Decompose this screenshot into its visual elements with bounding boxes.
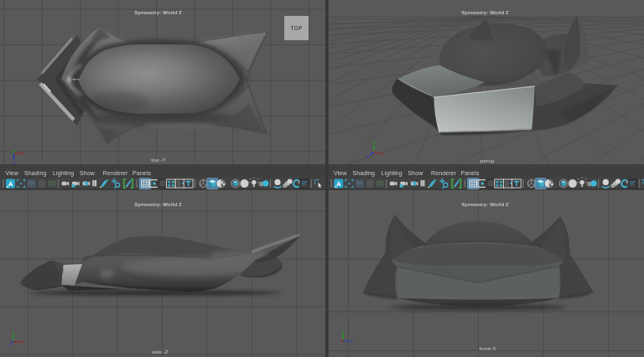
- svg-text:Symmetry: World Z: Symmetry: World Z: [461, 201, 509, 207]
- svg-text:Shading: Shading: [24, 170, 46, 177]
- svg-text:Panels: Panels: [132, 170, 151, 176]
- svg-text:Renderer: Renderer: [431, 170, 457, 176]
- svg-text:Lighting: Lighting: [382, 170, 402, 177]
- svg-text:front X: front X: [480, 345, 497, 351]
- svg-text:A: A: [8, 180, 13, 188]
- svg-text:Panels: Panels: [461, 170, 480, 176]
- svg-text:View: View: [6, 170, 19, 176]
- svg-text:top -Y: top -Y: [151, 157, 166, 163]
- svg-text:persp: persp: [480, 158, 495, 163]
- svg-text:Lighting: Lighting: [53, 170, 74, 177]
- svg-text:Show: Show: [80, 170, 96, 176]
- svg-text:TOP: TOP: [290, 25, 302, 31]
- svg-text:Symmetry: World Z: Symmetry: World Z: [134, 201, 182, 207]
- svg-text:side -Z: side -Z: [152, 349, 169, 354]
- svg-text:Show: Show: [408, 170, 424, 176]
- svg-text:Shading: Shading: [353, 170, 375, 177]
- svg-text:Symmetry: World Z: Symmetry: World Z: [134, 9, 182, 15]
- svg-text:View: View: [334, 170, 347, 176]
- svg-text:Symmetry: World Z: Symmetry: World Z: [461, 9, 509, 15]
- svg-text:Renderer: Renderer: [103, 170, 129, 176]
